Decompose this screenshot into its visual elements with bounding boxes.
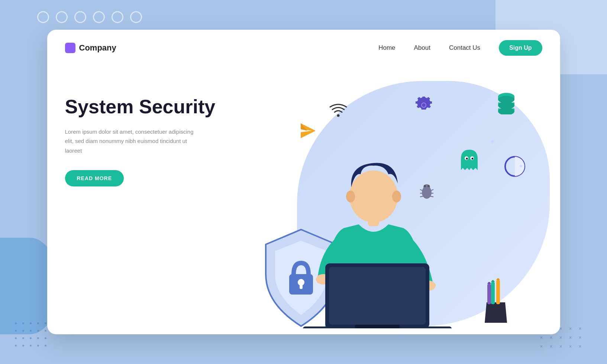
svg-point-15 <box>471 158 473 160</box>
svg-line-25 <box>430 196 433 197</box>
svg-point-34 <box>346 191 355 202</box>
hero-text: System Security Lorem ipsum dolor sit am… <box>65 74 221 334</box>
hero-title: System Security <box>65 96 221 118</box>
bg-circle <box>74 11 86 23</box>
nav-links: Home About Contact Us Sign Up <box>378 40 542 56</box>
svg-point-2 <box>422 103 426 107</box>
bg-circles <box>37 11 142 23</box>
bg-circle <box>37 11 49 23</box>
paper-plane-icon <box>299 122 317 143</box>
navbar: Company Home About Contact Us Sign Up <box>47 30 560 66</box>
svg-rect-31 <box>300 284 303 289</box>
svg-point-18 <box>424 185 426 187</box>
wifi-icon <box>329 103 348 121</box>
database-icon <box>496 92 517 118</box>
svg-point-14 <box>466 158 468 160</box>
main-card: Company Home About Contact Us Sign Up Sy… <box>47 30 560 334</box>
svg-point-35 <box>392 191 401 202</box>
logo-text: Company <box>79 43 116 53</box>
logo-icon <box>65 43 75 53</box>
bg-circle <box>130 11 142 23</box>
svg-rect-44 <box>487 284 491 304</box>
svg-rect-42 <box>491 282 495 304</box>
svg-rect-39 <box>329 267 426 325</box>
svg-line-22 <box>420 196 424 197</box>
hero-illustration: ✦ ✦ <box>221 74 542 334</box>
svg-line-24 <box>430 193 433 194</box>
nav-contact[interactable]: Contact Us <box>449 44 480 52</box>
gear-icon <box>414 96 433 118</box>
nav-home[interactable]: Home <box>378 44 395 52</box>
logo: Company <box>65 43 116 53</box>
svg-point-33 <box>349 170 398 222</box>
hero-section: System Security Lorem ipsum dolor sit am… <box>47 66 560 334</box>
bg-circle <box>112 11 123 23</box>
bg-circle <box>56 11 68 23</box>
bug-icon <box>418 181 435 203</box>
svg-marker-10 <box>301 123 316 138</box>
nav-about[interactable]: About <box>414 44 430 52</box>
svg-point-0 <box>337 114 339 117</box>
read-more-button[interactable]: READ MORE <box>65 170 124 186</box>
svg-rect-41 <box>355 325 400 328</box>
ghost-icon <box>459 148 480 176</box>
svg-line-21 <box>420 193 424 194</box>
laptop-icon <box>303 261 452 330</box>
svg-rect-43 <box>496 280 500 304</box>
pencil-holder <box>479 276 513 326</box>
svg-point-19 <box>427 185 430 187</box>
bg-circle <box>93 11 105 23</box>
bg-dots-bottom-left <box>15 322 49 349</box>
sparkle-icon-1: ✦ <box>489 137 496 147</box>
signup-button[interactable]: Sign Up <box>499 40 542 56</box>
hero-subtitle: Lorem ipsum dolor sit amet, consectetuer… <box>65 127 199 156</box>
sparkle-icon-2: ✦ <box>519 163 523 170</box>
